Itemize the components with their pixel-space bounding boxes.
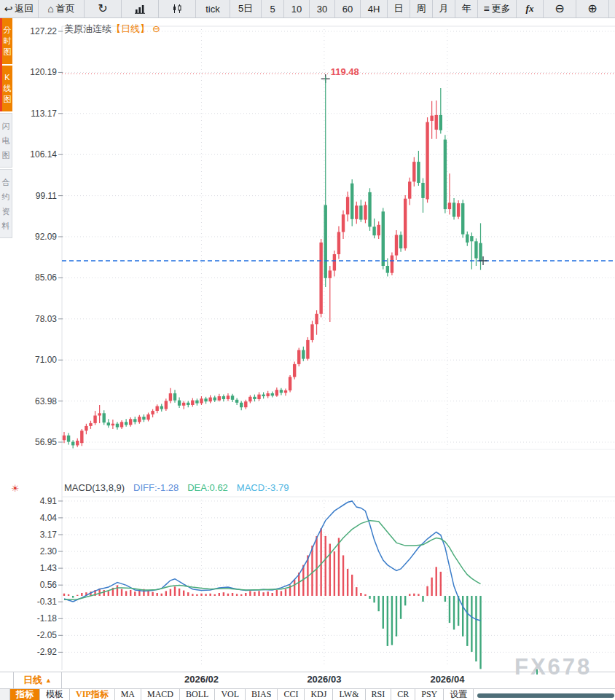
toolbar-back-label: 返回 [15,2,34,15]
toolbar-home[interactable]: ⌂首页 [39,0,85,17]
toolbar-home-label: 首页 [56,2,75,15]
dea-value: DEA:0.62 [187,482,228,493]
sidebar-item-contract-info[interactable]: 合 约 资 料 [0,169,12,238]
refresh-icon: ↻ [98,3,107,15]
toolbar-60-min-label: 60 [342,4,353,15]
toolbar-4-hour[interactable]: 4H [361,0,388,17]
app-root: 127.22120.19113.17106.1499.1192.0985.067… [0,0,615,700]
toolbar-5-min-label: 5 [270,4,275,15]
tab-template[interactable]: 模板 [40,689,70,700]
candlestick-mode-icon [171,4,183,14]
toolbar-tick[interactable]: tick [196,0,230,17]
svg-text:4.04: 4.04 [40,513,58,523]
xaxis-label: 2026/03 [307,674,341,685]
tab-bias[interactable]: BIAS [246,689,278,700]
svg-text:120.19: 120.19 [30,67,57,77]
svg-text:71.00: 71.00 [35,355,57,365]
svg-text:4.91: 4.91 [40,496,58,506]
svg-text:78.03: 78.03 [35,314,57,324]
toolbar-more[interactable]: ≡更多 [478,0,517,17]
toolbar-4-hour-label: 4H [368,4,380,15]
tab-settings[interactable]: 设置 [444,689,474,700]
sidebar-item-lightning-chart[interactable]: 闪 电 图 [0,113,12,168]
toolbar-5-min[interactable]: 5 [262,0,284,17]
toolbar-back[interactable]: ↩返回 [0,0,39,17]
toolbar-zoom-out[interactable]: ⊖ [544,0,576,17]
period-selector-label: 日线 [23,674,42,687]
main-price-panel: 127.22120.19113.17106.1499.1192.0985.067… [30,26,615,670]
toolbar-month-label: 月 [439,2,449,15]
toolbar: ↩返回⌂首页↻tick5日51030604H日周月年≡更多fx⊖⊕ [0,0,615,18]
toolbar-week-label: 周 [417,2,426,15]
home-icon: ⌂ [47,4,53,14]
svg-text:99.11: 99.11 [36,191,57,201]
toolbar-more-label: 更多 [492,2,511,15]
svg-text:-1.18: -1.18 [37,613,58,624]
tab-vip-indicator[interactable]: VIP指标 [70,689,115,700]
symbol-name: 美原油连续 [64,23,111,34]
back-icon: ↩ [4,4,13,14]
toolbar-zoom-in[interactable]: ⊕ [576,0,609,17]
indicator-settings-icon[interactable]: ☀ [11,483,20,494]
axis-tick-marker [536,669,538,675]
toolbar-60-min[interactable]: 60 [335,0,361,17]
macd-header: MACD(13,8,9) DIFF:-1.28 DEA:0.62 MACD:-3… [64,482,289,493]
toolbar-30-min[interactable]: 30 [310,0,335,17]
svg-text:-2.92: -2.92 [37,647,58,657]
period-tag: 【日线】 [111,23,149,34]
tab-boll[interactable]: BOLL [180,689,215,700]
bar-chart-mode-icon [134,4,146,14]
tab-psy[interactable]: PSY [415,689,444,700]
tab-lwr[interactable]: LW& [333,689,365,700]
macd-name: MACD(13,8,9) [64,482,125,493]
toolbar-5-day-label: 5日 [238,2,253,15]
xaxis-strip: 日线 ▲ 2026/022026/032026/04 [0,672,615,689]
collapse-icon[interactable]: ⊖ [152,23,160,34]
horizontal-scrollbar[interactable] [477,693,614,698]
toolbar-10-min[interactable]: 10 [284,0,310,17]
svg-text:106.14: 106.14 [30,149,57,160]
more-icon: ≡ [483,4,489,14]
svg-text:0.56: 0.56 [40,580,58,590]
svg-text:127.22: 127.22 [30,26,57,36]
chart-title: 美原油连续【日线】⊖ [64,23,160,36]
svg-text:113.17: 113.17 [31,109,57,119]
svg-text:85.06: 85.06 [35,272,57,283]
svg-text:3.17: 3.17 [40,530,58,540]
sidebar-item-minute-chart[interactable]: 分 时 图 [2,18,12,64]
svg-text:-0.31: -0.31 [37,597,58,607]
xaxis-label: 2026/02 [184,674,219,685]
toolbar-year[interactable]: 年 [455,0,478,17]
svg-text:92.09: 92.09 [35,232,57,242]
sidebar-item-kline-chart[interactable]: K 线 图 [2,66,12,111]
tab-rsi[interactable]: RSI [366,689,392,700]
tab-cr[interactable]: CR [391,689,415,700]
zoom-out-icon: ⊖ [555,3,564,15]
xaxis-label: 2026/04 [430,674,464,685]
toolbar-month[interactable]: 月 [433,0,455,17]
toolbar-tick-label: tick [205,4,220,15]
toolbar-day-label: 日 [394,2,404,15]
toolbar-formula[interactable]: fx [517,0,544,17]
toolbar-5-day[interactable]: 5日 [230,0,262,17]
toolbar-bar-chart-mode[interactable] [122,0,159,17]
toolbar-refresh[interactable]: ↻ [85,0,122,17]
tab-kdj[interactable]: KDJ [305,689,333,700]
tab-macd[interactable]: MACD [141,689,180,700]
svg-text:2.30: 2.30 [40,546,58,557]
tab-cci[interactable]: CCI [278,689,305,700]
toolbar-30-min-label: 30 [317,4,327,15]
chart-canvas[interactable]: 127.22120.19113.17106.1499.1192.0985.067… [0,0,615,700]
dropdown-up-icon: ▲ [45,677,52,684]
zoom-in-icon: ⊕ [587,3,597,15]
period-selector[interactable]: 日线 ▲ [13,672,62,688]
toolbar-day[interactable]: 日 [388,0,410,17]
tabbar-lead-spacer [0,689,10,700]
tab-vol[interactable]: VOL [215,689,246,700]
toolbar-formula-label: fx [526,3,534,15]
toolbar-candlestick-mode[interactable] [159,0,196,17]
tab-indicator[interactable]: 指标 [10,689,40,700]
toolbar-week[interactable]: 周 [410,0,433,17]
tab-ma[interactable]: MA [115,689,141,700]
toolbar-year-label: 年 [462,2,471,15]
